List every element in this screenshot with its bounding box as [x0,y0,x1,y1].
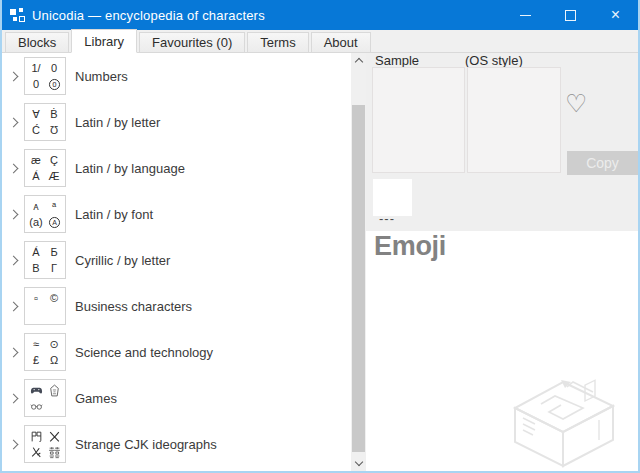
app-window: Unicodia — encyclopedia of characters × … [0,0,640,473]
tree-item-label: Science and technology [75,345,213,360]
copy-button[interactable]: Copy [567,151,638,175]
category-preview-icon: ᴀ ᵃ (a) A [24,195,66,233]
tree-item-latin-by-font[interactable]: ᴀ ᵃ (a) A Latin / by font [2,191,351,237]
sample-character-box [372,67,465,173]
tree-item-label: Strange CJK ideographs [75,437,217,452]
close-button[interactable]: × [593,0,638,30]
favourite-heart-icon[interactable]: ♡ [565,91,587,116]
expand-chevron-icon[interactable] [2,303,24,310]
circled-zero-icon: 0 [45,76,63,92]
tab-terms[interactable]: Terms [247,32,308,52]
expand-chevron-icon[interactable] [2,73,24,80]
chevron-down-icon [354,458,362,466]
tab-library[interactable]: Library [71,29,137,53]
tab-blocks[interactable]: Blocks [5,32,69,52]
tree-item-strange-cjk-ideographs[interactable]: Strange CJK ideographs [2,421,351,467]
window-controls: × [503,0,638,30]
tree-item-cyrillic-by-letter[interactable]: Á Б В Г Cyrillic / by letter [2,237,351,283]
shogi-piece-icon [45,382,63,398]
tab-label: About [324,35,358,50]
minimize-icon [520,15,531,16]
tab-label: Terms [260,35,295,50]
category-preview-icon: ∀ Ḃ Ć Ʊ [24,103,66,141]
expand-chevron-icon[interactable] [2,119,24,126]
tree-item-games[interactable]: Games [2,375,351,421]
expand-chevron-icon[interactable] [2,211,24,218]
scroll-down-button[interactable] [351,455,366,471]
category-preview-icon [24,379,66,417]
minimize-button[interactable] [503,0,548,30]
category-preview-icon: 1/ 0 0 0 [24,57,66,95]
app-logo-icon [10,8,25,23]
circled-a-icon: A [45,214,63,230]
expand-chevron-icon[interactable] [2,349,24,356]
category-preview-icon: ▫ © [24,287,66,325]
placeholder-text: --- [379,211,395,226]
expand-chevron-icon[interactable] [2,257,24,264]
svg-text:0: 0 [52,81,56,89]
cjk-x-icon [45,428,63,444]
expand-chevron-icon[interactable] [2,441,24,448]
cjk-shime-icon [27,444,45,460]
tree-item-label: Numbers [75,69,128,84]
tree-item-numbers[interactable]: 1/ 0 0 0 Numbers [2,53,351,99]
section-heading: Emoji [374,231,446,262]
category-preview-icon: Á Б В Г [24,241,66,279]
tree-item-science-and-technology[interactable]: ≈ ⊙ ₤ Ω Science and technology [2,329,351,375]
tab-bar: Blocks Library Favourites (0) Terms Abou… [2,30,638,53]
tree-item-latin-by-language[interactable]: æ Ç Á Æ Latin / by language [2,145,351,191]
watermark-logo [497,356,635,468]
scrollbar-thumb[interactable] [352,105,365,452]
tree-item-label: Latin / by letter [75,115,160,130]
tree-item-label: Latin / by language [75,161,185,176]
tree-item-latin-by-letter[interactable]: ∀ Ḃ Ć Ʊ Latin / by letter [2,99,351,145]
tab-label: Blocks [18,35,56,50]
category-preview-icon [24,425,66,463]
category-preview-icon: ≈ ⊙ ₤ Ω [24,333,66,371]
glasses-icon [27,398,45,414]
tree-item-label: Games [75,391,117,406]
library-tree: 1/ 0 0 0 Numbers ∀ Ḃ Ć Ʊ Latin / by lett… [2,53,351,471]
category-preview-icon: æ Ç Á Æ [24,149,66,187]
maximize-icon [565,10,576,21]
tree-item-label: Business characters [75,299,192,314]
tab-favourites-0[interactable]: Favourites (0) [139,32,245,52]
expand-chevron-icon[interactable] [2,395,24,402]
chevron-up-icon [354,58,362,66]
tab-label: Library [84,34,124,49]
tab-label: Favourites (0) [152,35,232,50]
tree-item-business-characters[interactable]: ▫ © Business characters [2,283,351,329]
expand-chevron-icon[interactable] [2,165,24,172]
tree-scrollbar[interactable] [351,53,366,471]
gamepad-icon [27,382,45,398]
preview-panel: Sample (OS style) ♡ Copy --- Emoji [366,53,638,471]
os-style-character-box [467,67,561,173]
tree-item-label: Cyrillic / by letter [75,253,170,268]
svg-text:A: A [52,219,57,227]
scroll-up-button[interactable] [351,53,366,69]
os-style-label: (OS style) [465,53,523,68]
close-icon: × [611,7,620,23]
tree-item-label: Latin / by font [75,207,153,222]
maximize-button[interactable] [548,0,593,30]
double-happiness-icon [45,444,63,460]
tab-about[interactable]: About [311,32,371,52]
sample-label: Sample [375,53,419,68]
window-title: Unicodia — encyclopedia of characters [32,8,265,23]
content-area: Emoji [366,231,638,471]
title-bar: Unicodia — encyclopedia of characters × [2,0,638,30]
cjk-gate-icon [27,428,45,444]
